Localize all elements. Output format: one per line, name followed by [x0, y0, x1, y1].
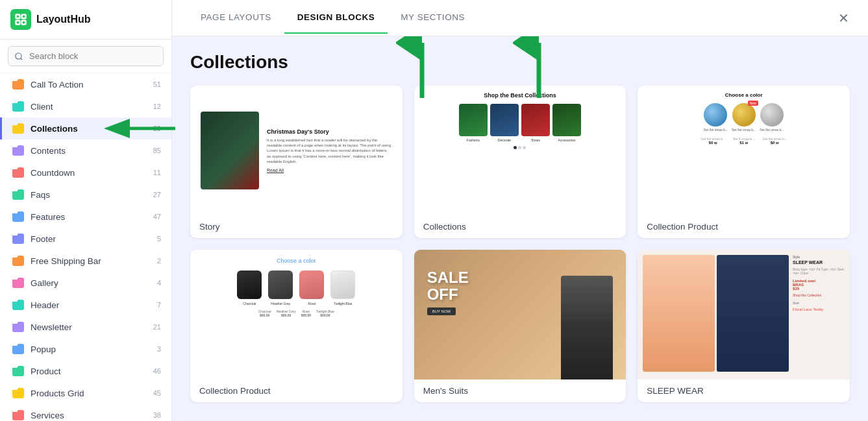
sidebar-count-faqs: 27	[153, 191, 161, 198]
sidebar-count-product: 46	[153, 367, 161, 375]
sidebar-item-collections[interactable]: Collections39	[0, 117, 171, 139]
sidebar-count-countdown: 11	[153, 169, 161, 176]
sidebar-label-header: Header	[31, 300, 59, 310]
sidebar-count-collections: 39	[153, 125, 161, 132]
card-story-preview: Christmas Day's Story It is a long estab…	[190, 86, 403, 215]
card-collections[interactable]: Shop the Best Collections Fashions Decor…	[414, 86, 626, 238]
sidebar-label-call-to-action: Call To Action	[31, 80, 84, 90]
sidebar-count-gallery: 4	[157, 279, 161, 287]
sidebar-item-features[interactable]: Features47	[0, 206, 171, 228]
sidebar-item-call-to-action[interactable]: Call To Action51	[0, 73, 171, 95]
tab-design-blocks[interactable]: DESIGN BLOCKS	[284, 2, 388, 34]
sidebar-item-free-shipping-bar[interactable]: Free Shipping Bar2	[0, 250, 171, 272]
card-collection-product-2-preview: Choose a color Charcoal Heather Grey	[190, 250, 403, 379]
page-title: Collections	[190, 52, 850, 73]
folder-icon-products-grid	[12, 388, 24, 398]
sidebar-item-product[interactable]: Product46	[0, 360, 171, 382]
sidebar-label-product: Product	[31, 367, 61, 376]
sidebar-label-products-grid: Products Grid	[31, 389, 84, 398]
sidebar-item-popup[interactable]: Popup3	[0, 338, 171, 360]
sidebar-item-footer[interactable]: Footer5	[0, 228, 171, 250]
card-collections-preview: Shop the Best Collections Fashions Decor…	[414, 86, 626, 215]
sidebar-label-popup: Popup	[31, 344, 56, 354]
card-collection-product-2[interactable]: Choose a color Charcoal Heather Grey	[190, 250, 403, 402]
sidebar-label-footer: Footer	[31, 234, 56, 244]
sidebar-label-faqs: Faqs	[31, 190, 50, 200]
sidebar-item-services[interactable]: Services38	[0, 404, 171, 421]
story-image	[201, 112, 259, 189]
tab-my-sections[interactable]: MY SECTIONS	[388, 2, 478, 34]
card-mens-suits-preview: SALEOFF BUY NOW	[414, 250, 626, 379]
svg-rect-0	[16, 15, 20, 19]
folder-icon-services	[12, 410, 24, 420]
sidebar-count-features: 47	[153, 213, 161, 221]
sidebar: LayoutHub Call To Action51Client12Collec…	[0, 0, 172, 421]
sidebar-count-call-to-action: 51	[153, 80, 161, 88]
sidebar-item-countdown[interactable]: Countdown11	[0, 162, 171, 184]
card-sleepwear[interactable]: Style SLEEP WEAR Body type: <br> Fit Typ…	[638, 250, 850, 402]
sidebar-item-gallery[interactable]: Gallery4	[0, 272, 171, 294]
sidebar-count-footer: 5	[157, 235, 161, 243]
cards-grid: Christmas Day's Story It is a long estab…	[190, 86, 850, 402]
folder-icon-call-to-action	[12, 79, 24, 90]
folder-icon-contents	[12, 145, 24, 156]
main-content: PAGE LAYOUTS DESIGN BLOCKS MY SECTIONS ✕…	[172, 0, 868, 421]
folder-icon-gallery	[12, 278, 24, 288]
svg-rect-1	[22, 15, 26, 19]
card-collection-product-1[interactable]: Choose a color Set 6st xmas b... New	[638, 86, 850, 238]
search-area	[0, 40, 171, 73]
sidebar-label-gallery: Gallery	[31, 278, 58, 288]
folder-icon-countdown	[12, 167, 24, 178]
folder-icon-footer	[12, 234, 24, 244]
card-mens-suits[interactable]: SALEOFF BUY NOW Men's Suits	[414, 250, 626, 402]
topbar: PAGE LAYOUTS DESIGN BLOCKS MY SECTIONS ✕	[172, 0, 868, 36]
sidebar-item-contents[interactable]: Contents85	[0, 139, 171, 162]
card-collections-label: Collections	[414, 215, 626, 238]
folder-icon-features	[12, 211, 24, 222]
sidebar-item-products-grid[interactable]: Products Grid45	[0, 382, 171, 404]
folder-icon-client	[12, 101, 24, 112]
logo-icon	[10, 9, 31, 30]
sidebar-count-products-grid: 45	[153, 389, 161, 397]
folder-icon-collections	[12, 123, 24, 134]
card-story[interactable]: Christmas Day's Story It is a long estab…	[190, 86, 403, 238]
tab-nav: PAGE LAYOUTS DESIGN BLOCKS MY SECTIONS	[188, 2, 478, 34]
svg-rect-3	[22, 21, 26, 25]
search-input[interactable]	[8, 46, 164, 66]
logo-area: LayoutHub	[0, 0, 171, 40]
sidebar-item-client[interactable]: Client12	[0, 95, 171, 117]
sidebar-label-newsletter: Newsletter	[31, 322, 72, 332]
sidebar-label-collections: Collections	[31, 124, 78, 134]
close-button[interactable]: ✕	[834, 9, 852, 27]
sidebar-count-services: 38	[153, 411, 161, 419]
app-name: LayoutHub	[36, 14, 91, 25]
sidebar-item-header[interactable]: Header7	[0, 294, 171, 316]
sidebar-count-popup: 3	[157, 345, 161, 353]
sidebar-count-client: 12	[153, 102, 161, 110]
folder-icon-header	[12, 300, 24, 310]
sidebar-label-client: Client	[31, 102, 53, 112]
tab-page-layouts[interactable]: PAGE LAYOUTS	[188, 2, 284, 34]
sidebar-count-newsletter: 21	[153, 323, 161, 331]
card-sleepwear-preview: Style SLEEP WEAR Body type: <br> Fit Typ…	[638, 250, 850, 379]
sidebar-count-header: 7	[157, 301, 161, 309]
sidebar-list: Call To Action51Client12Collections39Con…	[0, 73, 171, 421]
folder-icon-popup	[12, 344, 24, 354]
sidebar-count-contents: 85	[153, 147, 161, 154]
svg-rect-2	[16, 21, 20, 25]
sidebar-label-free-shipping-bar: Free Shipping Bar	[31, 256, 101, 266]
card-collection-product-1-label: Collection Product	[638, 215, 850, 238]
card-collection-product-2-label: Collection Product	[190, 379, 403, 402]
story-text: Christmas Day's Story It is a long estab…	[267, 128, 392, 173]
sidebar-item-faqs[interactable]: Faqs27	[0, 184, 171, 206]
folder-icon-free-shipping-bar	[12, 256, 24, 266]
card-sleepwear-label: SLEEP WEAR	[638, 379, 850, 402]
folder-icon-newsletter	[12, 322, 24, 332]
sidebar-item-newsletter[interactable]: Newsletter21	[0, 316, 171, 338]
content-area: Collections Christmas Day's Story It is …	[172, 36, 868, 421]
card-mens-suits-label: Men's Suits	[414, 379, 626, 402]
folder-icon-product	[12, 366, 24, 376]
sidebar-label-countdown: Countdown	[31, 168, 75, 178]
sidebar-count-free-shipping-bar: 2	[157, 257, 161, 265]
sidebar-label-features: Features	[31, 212, 65, 222]
